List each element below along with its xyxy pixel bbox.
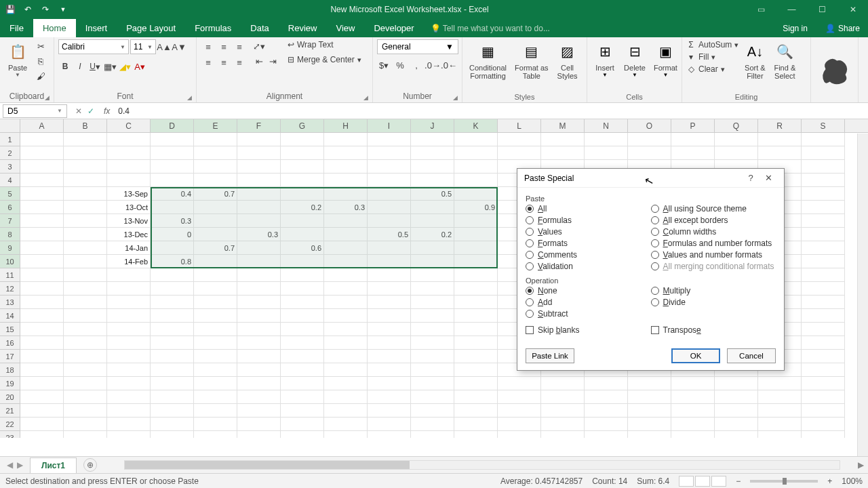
- cell-G14[interactable]: [281, 309, 324, 323]
- row-header-13[interactable]: 13: [0, 296, 20, 309]
- find-select-button[interactable]: 🔍Find & Select: [771, 39, 798, 81]
- align-center-icon[interactable]: ≡: [216, 55, 231, 70]
- cell-C10[interactable]: 14-Feb: [107, 255, 151, 268]
- cell-G11[interactable]: [281, 268, 324, 282]
- cell-F16[interactable]: [237, 336, 281, 350]
- cell-C14[interactable]: [107, 309, 151, 323]
- row-header-21[interactable]: 21: [0, 404, 20, 418]
- cell-D21[interactable]: [151, 404, 194, 418]
- cell-G6[interactable]: 0.2: [281, 201, 324, 214]
- row-header-19[interactable]: 19: [0, 377, 20, 390]
- format-as-table-button[interactable]: ▤Format as Table: [512, 39, 551, 81]
- cell-J15[interactable]: [411, 323, 454, 336]
- cell-S14[interactable]: [802, 309, 845, 323]
- borders-button[interactable]: ▦▾: [103, 60, 117, 73]
- cell-L2[interactable]: [498, 146, 541, 160]
- cell-A14[interactable]: [20, 309, 64, 323]
- cell-D4[interactable]: [151, 174, 194, 187]
- percent-icon[interactable]: %: [393, 58, 407, 72]
- cell-I22[interactable]: [368, 418, 411, 431]
- row-header-1[interactable]: 1: [0, 133, 20, 146]
- cell-C11[interactable]: [107, 268, 151, 282]
- cell-G19[interactable]: [281, 377, 324, 390]
- row-header-23[interactable]: 23: [0, 431, 20, 438]
- maximize-icon[interactable]: ☐: [807, 0, 837, 18]
- cell-I3[interactable]: [368, 160, 411, 174]
- cell-K14[interactable]: [454, 309, 498, 323]
- cell-B8[interactable]: [64, 228, 107, 241]
- cell-K13[interactable]: [454, 296, 498, 309]
- cell-Q20[interactable]: [715, 390, 758, 404]
- cell-P22[interactable]: [671, 418, 715, 431]
- fill-color-button[interactable]: ◢▾: [118, 60, 132, 73]
- cell-G7[interactable]: [281, 214, 324, 228]
- cut-icon[interactable]: ✂: [34, 39, 47, 53]
- row-header-4[interactable]: 4: [0, 174, 20, 187]
- row-header-9[interactable]: 9: [0, 241, 20, 255]
- cell-G1[interactable]: [281, 133, 324, 146]
- cell-G23[interactable]: [281, 431, 324, 438]
- cell-E11[interactable]: [194, 268, 237, 282]
- cell-C4[interactable]: [107, 174, 151, 187]
- row-header-18[interactable]: 18: [0, 363, 20, 377]
- cell-A6[interactable]: [20, 201, 64, 214]
- radio-formulas[interactable]: Formulas: [526, 216, 651, 225]
- increase-decimal-icon[interactable]: .0→: [426, 58, 439, 72]
- cell-A18[interactable]: [20, 363, 64, 377]
- cell-O21[interactable]: [628, 404, 671, 418]
- cell-I12[interactable]: [368, 282, 411, 296]
- cell-A1[interactable]: [20, 133, 64, 146]
- font-color-button[interactable]: A▾: [133, 60, 146, 73]
- cell-F1[interactable]: [237, 133, 281, 146]
- cell-K21[interactable]: [454, 404, 498, 418]
- cell-N21[interactable]: [585, 404, 628, 418]
- cell-A10[interactable]: [20, 255, 64, 268]
- cell-P2[interactable]: [671, 146, 715, 160]
- column-header-M[interactable]: M: [541, 119, 585, 132]
- cell-D5[interactable]: 0.4: [151, 187, 194, 201]
- paste-link-button[interactable]: Paste Link: [526, 348, 574, 363]
- cell-J6[interactable]: [411, 201, 454, 214]
- cell-B20[interactable]: [64, 390, 107, 404]
- cell-B4[interactable]: [64, 174, 107, 187]
- cell-S23[interactable]: [802, 431, 845, 438]
- paste-button[interactable]: 📋 Paste ▼: [4, 39, 31, 79]
- row-header-11[interactable]: 11: [0, 268, 20, 282]
- cell-F21[interactable]: [237, 404, 281, 418]
- cell-P20[interactable]: [671, 390, 715, 404]
- autosum-button[interactable]: ΣAutoSum ▾: [686, 39, 738, 50]
- zoom-out-icon[interactable]: −: [736, 476, 741, 486]
- cell-A11[interactable]: [20, 268, 64, 282]
- cell-E1[interactable]: [194, 133, 237, 146]
- zoom-slider[interactable]: [750, 480, 818, 483]
- cell-C20[interactable]: [107, 390, 151, 404]
- cell-E12[interactable]: [194, 282, 237, 296]
- cell-H23[interactable]: [324, 431, 368, 438]
- cell-B12[interactable]: [64, 282, 107, 296]
- cell-K5[interactable]: [454, 187, 498, 201]
- row-header-12[interactable]: 12: [0, 282, 20, 296]
- cell-J23[interactable]: [411, 431, 454, 438]
- cell-F18[interactable]: [237, 363, 281, 377]
- copy-icon[interactable]: ⎘: [34, 54, 47, 68]
- cell-E5[interactable]: 0.7: [194, 187, 237, 201]
- hscroll-right-icon[interactable]: ▶: [854, 460, 868, 470]
- cell-B17[interactable]: [64, 350, 107, 363]
- format-painter-icon[interactable]: 🖌: [34, 69, 47, 83]
- cell-K15[interactable]: [454, 323, 498, 336]
- row-header-5[interactable]: 5: [0, 187, 20, 201]
- cell-B23[interactable]: [64, 431, 107, 438]
- radio-subtract[interactable]: Subtract: [526, 309, 651, 319]
- increase-indent-icon[interactable]: ⇥: [266, 54, 279, 68]
- cell-A23[interactable]: [20, 431, 64, 438]
- comma-icon[interactable]: ,: [410, 58, 423, 72]
- cell-E10[interactable]: [194, 255, 237, 268]
- cell-G13[interactable]: [281, 296, 324, 309]
- sheet-nav-prev-icon[interactable]: ◀: [7, 460, 13, 470]
- radio-values[interactable]: Values: [526, 227, 651, 237]
- cell-C23[interactable]: [107, 431, 151, 438]
- column-header-H[interactable]: H: [324, 119, 368, 132]
- column-header-G[interactable]: G: [281, 119, 324, 132]
- cell-S8[interactable]: [802, 228, 845, 241]
- merge-center-button[interactable]: ⊟ Merge & Center ▾: [288, 54, 361, 65]
